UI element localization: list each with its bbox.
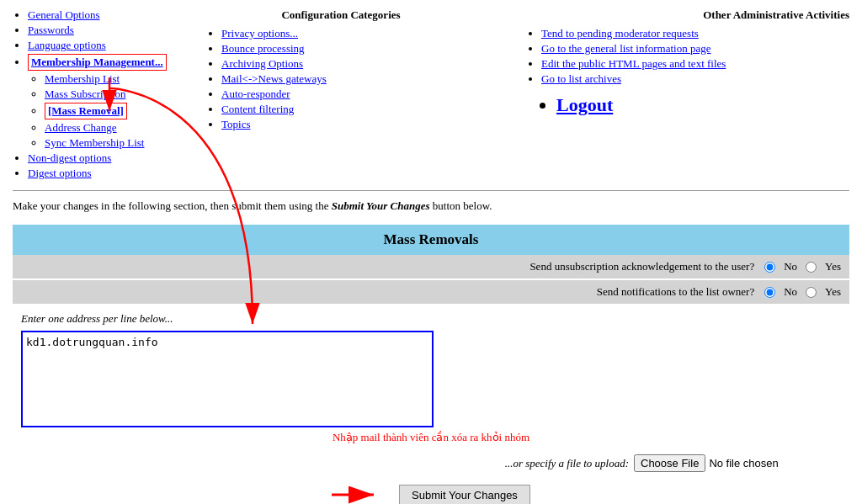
notify-owner-label: Send notifications to the list owner? [21,285,754,299]
textarea-placeholder-hint: Nhập mail thành viên cần xóa ra khỏi nhó… [21,431,841,444]
digest-options-link[interactable]: Digest options [28,167,91,179]
section-header: Mass Removals [13,225,849,255]
submit-row: Submit Your Changes [13,475,849,504]
general-list-info-link[interactable]: Go to the general list information page [541,42,710,55]
left-navigation: General Options Passwords Language optio… [13,8,206,182]
logout-link[interactable]: Logout [556,94,613,115]
notify-owner-yes-label: Yes [825,285,841,299]
file-upload-input[interactable] [634,454,841,472]
sync-membership-link[interactable]: Sync Membership List [45,136,144,149]
auto-responder-link[interactable]: Auto-responder [221,88,290,100]
mail-news-gateways-link[interactable]: Mail<->News gateways [221,72,327,85]
membership-list-link[interactable]: Membership List [45,72,120,85]
file-upload-row: ...or specify a file to upload: [13,451,849,475]
address-change-link[interactable]: Address Change [45,121,117,134]
membership-management-link[interactable]: Membership Management... [31,56,163,68]
topics-link[interactable]: Topics [221,118,250,130]
unsubscribe-ack-row: Send unsubscription acknowledgement to t… [13,255,849,279]
notify-owner-no-radio[interactable] [764,287,775,298]
notify-owner-yes-radio[interactable] [806,287,817,298]
archiving-options-link[interactable]: Archiving Options [221,57,303,70]
textarea-inner: kd1.dotrungquan.info Nhập mail thành viê… [21,331,841,444]
divider [13,190,849,191]
submit-button[interactable]: Submit Your Changes [399,485,530,505]
instructions-text: Make your changes in the following secti… [13,199,849,213]
unsubscribe-ack-no-label: No [784,260,797,273]
form-area: Send unsubscription acknowledgement to t… [13,255,849,504]
right-navigation: Other Administrative Activities Tend to … [476,8,849,182]
edit-html-link[interactable]: Edit the public HTML pages and text file… [541,57,726,70]
content-filtering-link[interactable]: Content filtering [221,103,294,115]
unsubscribe-ack-yes-radio[interactable] [806,262,817,273]
unsubscribe-ack-input: No Yes [763,260,841,273]
config-categories-title: Configuration Categories [206,8,476,22]
unsubscribe-ack-no-radio[interactable] [764,262,775,273]
unsubscribe-ack-yes-label: Yes [825,260,841,273]
privacy-options-link[interactable]: Privacy options... [221,27,298,40]
list-archives-link[interactable]: Go to list archives [541,72,621,85]
pending-moderator-link[interactable]: Tend to pending moderator requests [541,27,699,40]
center-navigation: Configuration Categories Privacy options… [206,8,476,182]
general-options-link[interactable]: General Options [28,8,100,21]
passwords-link[interactable]: Passwords [28,24,74,36]
notify-owner-no-label: No [784,285,797,299]
textarea-hint: Enter one address per line below... [21,312,841,326]
address-textarea[interactable]: kd1.dotrungquan.info [21,331,434,427]
notify-owner-row: Send notifications to the list owner? No… [13,280,849,304]
mass-subscription-link[interactable]: Mass Subscription [45,88,125,100]
unsubscribe-ack-label: Send unsubscription acknowledgement to t… [21,260,754,273]
mass-removal-link[interactable]: [Mass Removal] [48,104,124,117]
language-options-link[interactable]: Language options [28,39,106,51]
other-admin-title: Other Administrative Activities [476,8,849,22]
non-digest-options-link[interactable]: Non-digest options [28,151,111,164]
notify-owner-input: No Yes [763,285,841,299]
textarea-section: Enter one address per line below... kd1.… [13,305,849,451]
submit-arrow-icon [332,482,382,504]
file-upload-label: ...or specify a file to upload: [505,457,629,470]
bounce-processing-link[interactable]: Bounce processing [221,42,305,55]
